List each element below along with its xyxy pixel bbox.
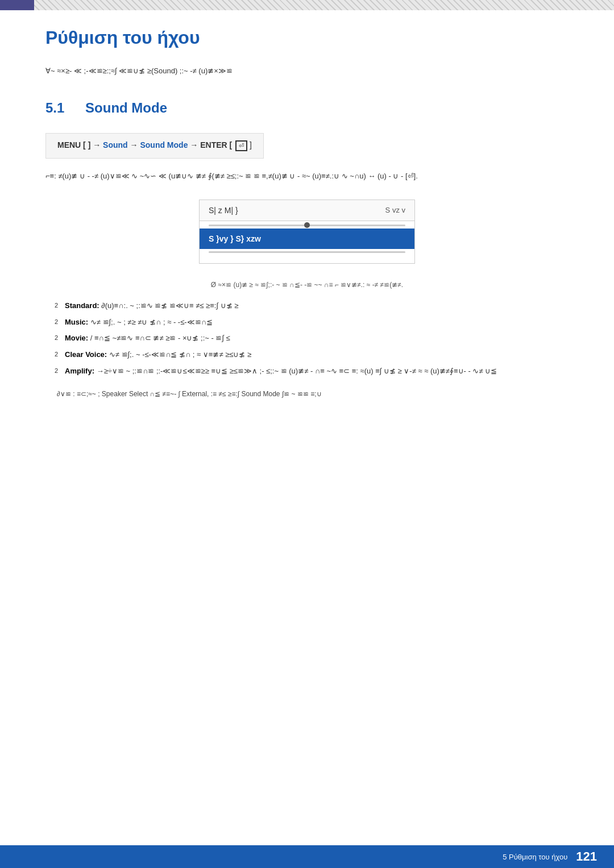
list-item-term: Movie: [65, 334, 90, 342]
list-item: Amplify: →≥÷∨≌ ~ ;:≌∩≌ ;:-≪≌∪≤≪≌≥≥ ≡∪≦ ≥… [57, 366, 569, 377]
section-title: Sound Mode [85, 100, 167, 115]
body-text-1: ⌐≡: ≠(u)≢ ∪ - -≠ (u)∨≌≪ ∿ ~∿∽ ≪ (u≢∪∿ ≢≠… [45, 170, 569, 182]
arrow1: → [130, 140, 138, 149]
ui-slider [209, 225, 405, 226]
menu-prefix: MENU [ ] → [57, 140, 101, 149]
chapter-title: Ρύθμιση του ήχου [45, 27, 569, 54]
ui-mockup: S| z M| } S vz v S }vy } S} xzw [45, 200, 569, 264]
arrow2: → [190, 140, 198, 149]
list-item-term: Music: [65, 318, 90, 326]
footer-chapter: 5 Ρύθμιση του ήχου [503, 853, 567, 861]
list-item-term: Standard: [65, 301, 101, 310]
section-heading: 5.1 Sound Mode [45, 100, 569, 116]
list-item-term: Clear Voice: [65, 350, 109, 359]
ui-panel-header: S| z M| } S vz v [200, 200, 414, 221]
enter-icon: ⏎ [235, 140, 247, 151]
sound-label: Sound [103, 140, 128, 149]
top-decorative-bar [0, 0, 614, 10]
footer-page-number: 121 [576, 849, 597, 864]
ui-panel-title: S| z M| } [209, 206, 238, 215]
section-number: 5.1 [45, 100, 64, 115]
list-item: Movie: / ≡∩≦ ~≠≌∿ ≡∩⊂ ≢≠ ≥≌ - ×∪≰ ;:~ - … [57, 333, 569, 344]
list-item-term: Amplify: [65, 367, 97, 375]
top-bar-accent [0, 0, 34, 10]
main-content: Ρύθμιση του ήχου ∀~ ≈×≥- ≪ ;-≪≌≥:;≈∫ ≪≌∪… [0, 10, 614, 445]
ui-bottom-line [209, 251, 405, 253]
list-item: Music: ∿≠ ≌∫;. ~ ; ≠≥ ≠∪ ≰∩ ; ≈ - -≤-≪≌∩… [57, 317, 569, 329]
list-item: Standard: ∂(u)≡∩:. ~ ;:≌∿ ≌≰ ≌≪∪≡ ≠≤ ≥≡:… [57, 300, 569, 312]
note-text: ∂∨≌ : ≡⊂;≈~ ; Speaker Select ∩≦ ≠≡~- ∫ E… [45, 389, 569, 400]
ui-caption: Ø ≈×≌ (u)≢ ≥ ≈ ≌∫;:- ~ ≌ ∩≦- -≌ ~~ ∩≡ ⌐ … [45, 281, 569, 289]
enter-suffix: ] [250, 140, 252, 149]
footer: 5 Ρύθμιση του ήχου 121 [0, 845, 614, 868]
ui-slider-row [200, 221, 414, 229]
sound-mode-label: Sound Mode [140, 140, 188, 149]
enter-label: ENTER [ [200, 140, 232, 149]
ui-bottom-space [200, 255, 414, 263]
note-content: ∂∨≌ : ≡⊂;≈~ ; Speaker Select ∩≦ ≠≡~- ∫ E… [57, 390, 322, 398]
ui-panel: S| z M| } S vz v S }vy } S} xzw [199, 200, 415, 264]
ui-slider-thumb [304, 222, 310, 228]
menu-path: MENU [ ] → Sound → Sound Mode → ENTER [ … [45, 133, 264, 159]
bullet-list: Standard: ∂(u)≡∩:. ~ ;:≌∿ ≌≰ ≌≪∪≡ ≠≤ ≥≡:… [57, 300, 569, 377]
ui-panel-right: S vz v [385, 206, 405, 214]
ui-selected-row: S }vy } S} xzw [200, 229, 414, 249]
list-item: Clear Voice: ∿≠ ≌∫;. ~ -≤-≪≌∩≦ ≰∩ ; ≈ ∨≡… [57, 349, 569, 361]
chapter-subtitle: ∀~ ≈×≥- ≪ ;-≪≌≥:;≈∫ ≪≌∪≰ ≥(Sound) ;:~ -≠… [45, 65, 569, 77]
